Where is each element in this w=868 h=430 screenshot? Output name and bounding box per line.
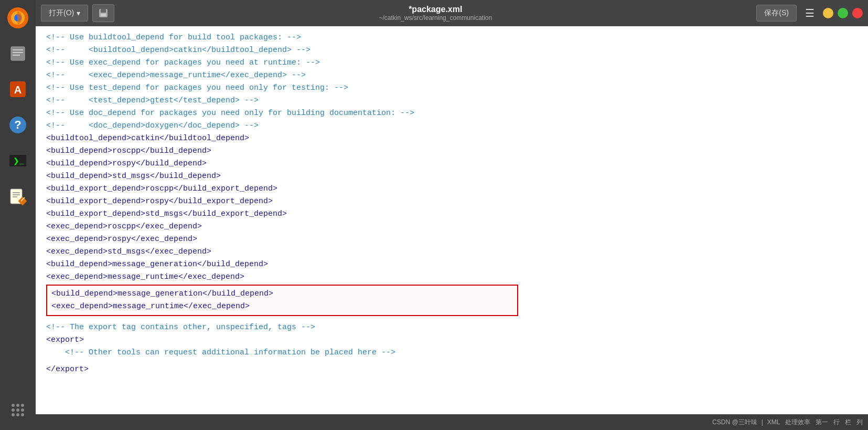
svg-point-20 — [16, 404, 19, 407]
svg-rect-29 — [101, 9, 106, 13]
svg-point-25 — [12, 413, 15, 416]
close-button[interactable] — [852, 8, 863, 18]
firefox-icon[interactable] — [2, 2, 34, 34]
open-label: 打开(O) — [49, 8, 74, 18]
credits-text: CSDN @三叶味 — [712, 418, 757, 427]
code-line: <!-- Use buildtool_depend for build tool… — [46, 32, 858, 44]
store-icon[interactable]: A — [2, 74, 34, 105]
svg-point-19 — [12, 404, 15, 407]
code-line: <build_export_depend>rospy</build_export… — [46, 195, 858, 208]
files-icon[interactable] — [2, 38, 34, 69]
code-line: <build_export_depend>roscpp</build_expor… — [46, 183, 858, 195]
window-title: *package.xml — [114, 5, 756, 14]
minimize-button[interactable] — [823, 8, 833, 18]
highlighted-section: <build_depend>message_generation</build_… — [46, 285, 518, 316]
svg-point-27 — [21, 413, 24, 416]
code-line: <build_export_depend>std_msgs</build_exp… — [46, 208, 858, 221]
terminal-icon[interactable]: ❯_ — [2, 145, 34, 176]
svg-point-22 — [12, 408, 15, 412]
nav-items: XML 处理效率 第一 行 栏 列 — [767, 418, 863, 427]
highlighted-line-2: <exec_depend>message_runtime</exec_depen… — [51, 300, 513, 313]
code-line: <build_depend>rospy</build_depend> — [46, 158, 858, 170]
code-line: <!-- <exec_depend>message_runtime</exec_… — [46, 69, 858, 82]
titlebar-left: 打开(O) ▾ — [41, 4, 114, 22]
svg-point-21 — [21, 404, 24, 407]
highlighted-line-1: <build_depend>message_generation</build_… — [51, 288, 513, 300]
dropdown-arrow-icon: ▾ — [77, 9, 80, 17]
titlebar: 打开(O) ▾ *package.xml ~/catkin_ws/src/lea… — [36, 0, 868, 26]
titlebar-center: *package.xml ~/catkin_ws/src/learning_co… — [114, 5, 756, 22]
open-button[interactable]: 打开(O) ▾ — [41, 5, 88, 22]
sidebar: A ? ❯_ — [0, 0, 36, 430]
svg-point-26 — [16, 413, 19, 416]
svg-rect-4 — [13, 49, 23, 50]
svg-rect-5 — [13, 52, 23, 53]
code-line: <build_depend>roscpp</build_depend> — [46, 145, 858, 158]
code-line: <export> — [46, 334, 858, 347]
help-icon[interactable]: ? — [2, 109, 34, 141]
nav-separator: | — [762, 418, 763, 426]
svg-text:A: A — [14, 84, 22, 96]
menu-button[interactable]: ☰ — [801, 5, 819, 22]
code-line: <buildtool_depend>catkin</buildtool_depe… — [46, 132, 858, 145]
editor-area[interactable]: <!-- Use buildtool_depend for build tool… — [36, 26, 868, 414]
maximize-button[interactable] — [838, 8, 848, 18]
svg-text:?: ? — [14, 118, 21, 131]
main-area: 打开(O) ▾ *package.xml ~/catkin_ws/src/lea… — [36, 0, 868, 430]
svg-rect-6 — [13, 55, 20, 56]
code-line: </export> — [46, 363, 858, 376]
code-line: <!-- Use doc_depend for packages you nee… — [46, 107, 858, 120]
save-icon-button[interactable] — [92, 4, 114, 22]
text-editor-icon[interactable] — [2, 181, 34, 212]
titlebar-right: 保存(S) ☰ — [756, 5, 863, 22]
code-line: <!-- Other tools can request additional … — [46, 347, 858, 359]
code-line: <!-- <test_depend>gtest</test_depend> --… — [46, 95, 858, 107]
svg-rect-30 — [101, 14, 106, 16]
svg-text:❯_: ❯_ — [13, 157, 24, 165]
save-button[interactable]: 保存(S) — [756, 5, 797, 22]
code-line: <!-- Use test_depend for packages you ne… — [46, 82, 858, 95]
code-line: <!-- <doc_depend>doxygen</doc_depend> --… — [46, 120, 858, 132]
svg-rect-3 — [11, 47, 25, 60]
code-line: <build_depend>message_generation</build_… — [46, 258, 858, 271]
code-line: <exec_depend>rospy</exec_depend> — [46, 233, 858, 246]
code-line: <build_depend>std_msgs</build_depend> — [46, 170, 858, 183]
code-line: <!-- <buildtool_depend>catkin</buildtool… — [46, 44, 858, 57]
code-line: <!-- Use exec_depend for packages you ne… — [46, 57, 858, 69]
code-line: <exec_depend>std_msgs</exec_depend> — [46, 246, 858, 258]
code-line: <!-- The export tag contains other, unsp… — [46, 321, 858, 334]
code-line: <exec_depend>roscpp</exec_depend> — [46, 221, 858, 233]
dots-icon[interactable] — [2, 394, 34, 426]
svg-point-23 — [16, 408, 19, 412]
svg-point-24 — [21, 408, 24, 412]
bottombar: CSDN @三叶味 | XML 处理效率 第一 行 栏 列 — [36, 414, 868, 430]
code-line: <exec_depend>message_runtime</exec_depen… — [46, 271, 858, 284]
window-subtitle: ~/catkin_ws/src/learning_communication — [114, 14, 756, 22]
